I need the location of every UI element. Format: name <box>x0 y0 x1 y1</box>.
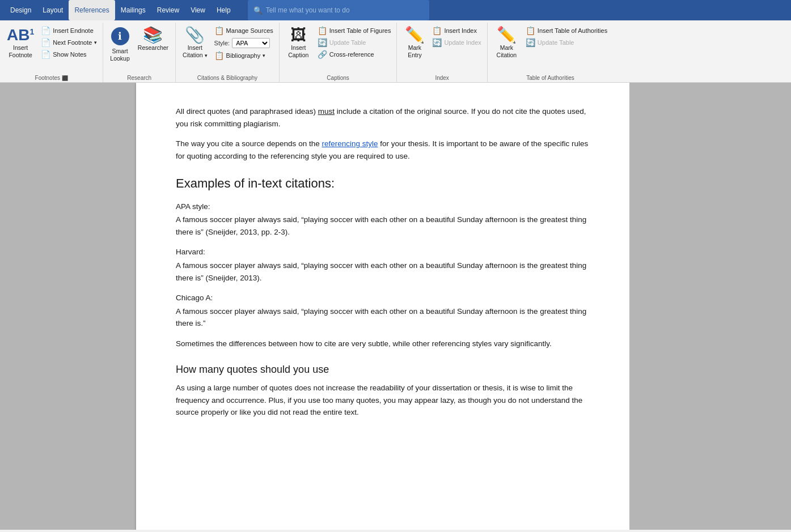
insert-caption-icon: 🖼 <box>290 27 306 43</box>
update-index-button: 🔄 Update Index <box>430 37 483 48</box>
underline-must: must <box>318 107 335 116</box>
insert-footnote-button[interactable]: AB1 InsertFootnote <box>3 25 37 61</box>
next-footnote-icon: 📄 <box>41 38 50 47</box>
ribbon-group-captions: 🖼 InsertCaption 📋 Insert Table of Figure… <box>280 23 397 82</box>
researcher-icon: 📚 <box>143 27 163 43</box>
authorities-buttons: ✏️ MarkCitation 📋 Insert Table of Author… <box>491 25 610 81</box>
insert-index-icon: 📋 <box>432 26 442 35</box>
menu-mailings[interactable]: Mailings <box>115 0 151 20</box>
insert-footnote-icon: AB1 <box>7 27 34 43</box>
search-bar[interactable]: 🔍 <box>248 0 429 20</box>
mark-citation-label: MarkCitation <box>497 44 517 58</box>
insert-table-authorities-icon: 📋 <box>526 26 535 35</box>
insert-table-of-figures-button[interactable]: 📋 Insert Table of Figures <box>315 25 394 36</box>
show-notes-icon: 📄 <box>41 50 50 59</box>
cross-reference-button[interactable]: 🔗 Cross-reference <box>315 49 394 60</box>
harvard-label: Harvard: <box>176 246 590 258</box>
footnote-small-buttons: 📄 Insert Endnote 📄 Next Footnote ▾ 📄 Sho… <box>39 25 99 60</box>
update-table-auth-button: 🔄 Update Table <box>523 37 610 48</box>
paragraph-differences: Sometimes the differences between how to… <box>176 338 590 350</box>
update-table-captions-icon: 🔄 <box>318 38 327 47</box>
insert-table-authorities-button[interactable]: 📋 Insert Table of Authorities <box>523 25 610 36</box>
insert-citation-button[interactable]: 📎 InsertCitation ▾ <box>179 25 211 61</box>
style-select[interactable]: APA MLA Chicago Harvard <box>232 38 270 48</box>
citations-small-buttons: 📋 Manage Sources Style: APA MLA Chicago … <box>212 25 276 61</box>
ribbon-group-research: ℹ SmartLookup 📚 Researcher Research <box>103 23 176 82</box>
mark-citation-icon: ✏️ <box>497 27 517 43</box>
update-index-label: Update Index <box>444 39 481 46</box>
next-footnote-label: Next Footnote <box>53 39 92 46</box>
captions-buttons: 🖼 InsertCaption 📋 Insert Table of Figure… <box>283 25 394 81</box>
paragraph-quotes-advice: As using a large number of quotes does n… <box>176 382 590 419</box>
style-row: Style: APA MLA Chicago Harvard <box>212 37 276 49</box>
search-icon: 🔍 <box>253 6 263 15</box>
update-table-auth-label: Update Table <box>538 39 574 46</box>
researcher-label: Researcher <box>138 44 168 52</box>
smart-lookup-label: SmartLookup <box>110 48 129 62</box>
insert-citation-icon: 📎 <box>185 27 205 43</box>
index-small-buttons: 📋 Insert Index 🔄 Update Index <box>430 25 483 48</box>
insert-table-authorities-label: Insert Table of Authorities <box>538 27 607 34</box>
menu-layout[interactable]: Layout <box>37 0 69 20</box>
ribbon: AB1 InsertFootnote 📄 Insert Endnote 📄 Ne… <box>0 20 791 83</box>
update-table-captions-label: Update Table <box>329 39 366 46</box>
ribbon-group-table-authorities: ✏️ MarkCitation 📋 Insert Table of Author… <box>488 23 613 82</box>
insert-caption-button[interactable]: 🖼 InsertCaption <box>283 25 314 61</box>
show-notes-label: Show Notes <box>53 51 86 58</box>
citations-group-label: Citations & Bibliography <box>176 75 279 81</box>
manage-sources-label: Manage Sources <box>226 27 273 34</box>
mark-entry-button[interactable]: ✏️ MarkEntry <box>400 25 429 61</box>
right-margin <box>629 83 791 530</box>
menu-review[interactable]: Review <box>151 0 185 20</box>
research-buttons: ℹ SmartLookup 📚 Researcher <box>107 25 172 81</box>
menu-view[interactable]: View <box>185 0 211 20</box>
smart-lookup-button[interactable]: ℹ SmartLookup <box>107 25 133 64</box>
mark-citation-button[interactable]: ✏️ MarkCitation <box>491 25 522 61</box>
chicago-label: Chicago A: <box>176 292 590 304</box>
bibliography-icon: 📋 <box>214 51 224 60</box>
search-input[interactable] <box>266 6 424 14</box>
insert-index-button[interactable]: 📋 Insert Index <box>430 25 483 36</box>
cross-reference-icon: 🔗 <box>318 50 327 59</box>
insert-endnote-label: Insert Endnote <box>53 27 94 34</box>
insert-citation-label: InsertCitation ▾ <box>183 44 208 58</box>
menu-bar: Design Layout References Mailings Review… <box>0 0 791 20</box>
footnotes-group-label: Footnotes ⬛ <box>0 75 103 81</box>
apa-label: APA style: <box>176 201 590 213</box>
research-group-label: Research <box>103 75 175 81</box>
bibliography-dropdown-icon: ▾ <box>263 53 265 58</box>
menu-design[interactable]: Design <box>5 0 37 20</box>
paragraph-1: All direct quotes (and paraphrased ideas… <box>176 105 590 130</box>
paragraph-2: The way you cite a source depends on the… <box>176 138 590 162</box>
insert-table-figures-label: Insert Table of Figures <box>329 27 391 34</box>
document-page[interactable]: All direct quotes (and paraphrased ideas… <box>136 83 629 530</box>
update-table-captions-button: 🔄 Update Table <box>315 37 394 48</box>
insert-caption-label: InsertCaption <box>288 44 308 58</box>
referencing-style-link[interactable]: referencing style <box>322 139 378 148</box>
mark-entry-label: MarkEntry <box>408 44 422 58</box>
insert-endnote-button[interactable]: 📄 Insert Endnote <box>39 25 99 36</box>
menu-help[interactable]: Help <box>211 0 236 20</box>
researcher-button[interactable]: 📚 Researcher <box>134 25 172 54</box>
mark-entry-icon: ✏️ <box>405 27 425 43</box>
cross-reference-label: Cross-reference <box>329 51 374 58</box>
show-notes-button[interactable]: 📄 Show Notes <box>39 49 99 60</box>
captions-group-label: Captions <box>280 75 397 81</box>
update-table-auth-icon: 🔄 <box>526 38 535 47</box>
bibliography-button[interactable]: 📋 Bibliography ▾ <box>212 50 276 61</box>
insert-endnote-icon: 📄 <box>41 26 50 35</box>
next-footnote-button[interactable]: 📄 Next Footnote ▾ <box>39 37 99 48</box>
footnotes-expand-icon[interactable]: ⬛ <box>62 75 68 81</box>
menu-references[interactable]: References <box>69 0 115 20</box>
smart-lookup-icon: ℹ <box>111 27 129 45</box>
app-body: All direct quotes (and paraphrased ideas… <box>0 83 791 530</box>
index-buttons: ✏️ MarkEntry 📋 Insert Index 🔄 Update Ind… <box>400 25 483 81</box>
chicago-example: A famous soccer player always said, “pla… <box>176 305 590 330</box>
manage-sources-button[interactable]: 📋 Manage Sources <box>212 25 276 36</box>
insert-footnote-label: InsertFootnote <box>9 44 32 58</box>
footnotes-buttons: AB1 InsertFootnote 📄 Insert Endnote 📄 Ne… <box>3 25 99 81</box>
apa-example: A famous soccer player always said, “pla… <box>176 214 590 238</box>
update-index-icon: 🔄 <box>432 38 442 47</box>
insert-table-figures-icon: 📋 <box>318 26 327 35</box>
heading-examples: Examples of in-text citations: <box>176 173 590 193</box>
